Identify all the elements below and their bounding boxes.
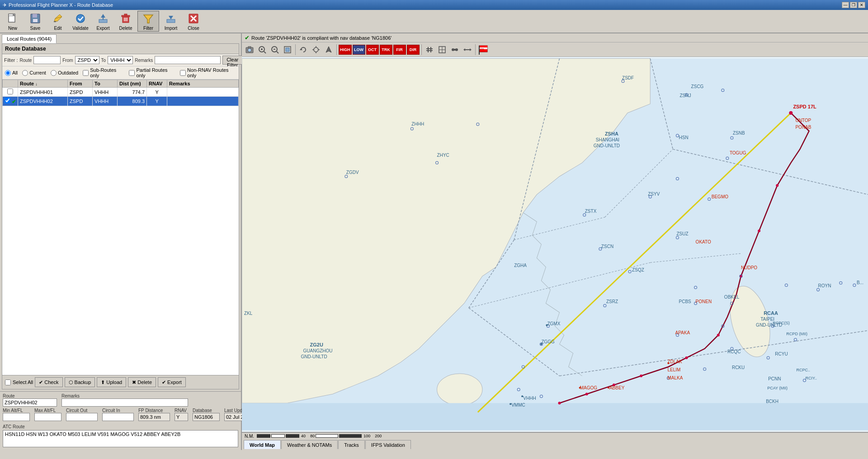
partial-routes-check-group: Partial Routes only <box>129 67 175 78</box>
dir-button[interactable]: DIR <box>407 45 420 55</box>
col-from-header[interactable]: From <box>68 80 93 88</box>
world-map-tab[interactable]: World Map <box>244 440 281 449</box>
table-row[interactable]: ZSPDVHHH01 ZSPD VHHH 774.7 Y <box>3 88 239 97</box>
delete-label: Delete <box>119 26 132 31</box>
trk-button[interactable]: TRK <box>380 45 392 55</box>
map-arrow-button[interactable] <box>462 44 473 56</box>
svg-marker-44 <box>326 47 331 52</box>
route-detail-input[interactable] <box>3 398 57 407</box>
local-routes-tab[interactable]: Local Routes (9044) <box>2 34 57 43</box>
upload-button[interactable]: ⬆ Upload <box>97 377 126 387</box>
svg-point-190 <box>509 403 511 405</box>
table-header-row: Route ↓ From To Dist (nm) RNAV Remarks <box>3 80 239 88</box>
row2-checkmark: ✔ <box>12 99 16 104</box>
svg-point-185 <box>540 343 542 345</box>
outdated-radio[interactable] <box>51 70 57 76</box>
svg-point-81 <box>758 230 760 232</box>
zoom-in-button[interactable] <box>256 44 268 56</box>
svg-marker-38 <box>300 48 302 50</box>
fir-button[interactable]: FIR <box>393 45 406 55</box>
col-remarks-header[interactable]: Remarks <box>167 80 239 88</box>
circuit-out-input[interactable] <box>66 413 98 421</box>
bottom-delete-button[interactable]: ✖ Delete <box>128 377 156 387</box>
new-button[interactable]: New <box>2 11 24 32</box>
current-radio-label[interactable]: Current <box>29 70 46 75</box>
partial-routes-label[interactable]: Partial Routes only <box>136 67 175 78</box>
svg-text:IFR: IFR <box>480 48 484 51</box>
export-button[interactable]: Export <box>92 11 114 32</box>
partial-routes-checkbox[interactable] <box>129 70 135 76</box>
col-to-header[interactable]: To <box>93 80 118 88</box>
current-radio[interactable] <box>22 70 28 76</box>
close-button[interactable]: Close <box>183 11 204 32</box>
edit-icon <box>52 12 64 25</box>
non-rnav-label[interactable]: Non-RNAV Routes only <box>187 67 236 78</box>
circuit-in-input[interactable] <box>102 413 134 421</box>
remarks-filter-input[interactable] <box>155 56 221 64</box>
outdated-radio-label[interactable]: Outdated <box>58 70 78 75</box>
close-window-button[interactable]: ✕ <box>858 2 865 8</box>
save-button[interactable]: Save <box>24 11 46 32</box>
edit-button[interactable]: Edit <box>47 11 69 32</box>
high-button[interactable]: HIGH <box>339 45 352 55</box>
map-flag-button[interactable]: IFR <box>477 44 489 56</box>
max-alt-input[interactable] <box>34 413 61 421</box>
tracks-tab[interactable]: Tracks <box>338 440 365 449</box>
non-rnav-checkbox[interactable] <box>180 70 186 76</box>
atc-route-textarea[interactable]: HSN11D HSN W13 OKATO M503 LELIM V591 MAG… <box>3 430 238 447</box>
col-rnav-header[interactable]: RNAV <box>147 80 167 88</box>
map-extra3[interactable] <box>449 44 461 56</box>
sub-routes-checkbox[interactable] <box>83 70 89 76</box>
clear-filter-button[interactable]: Clear Filter <box>222 56 242 65</box>
maximize-button[interactable]: ❐ <box>850 2 857 8</box>
validate-button[interactable]: Validate <box>70 11 91 32</box>
ifps-validation-tab[interactable]: IFPS Validation <box>365 440 411 449</box>
scale-nm-label: N.M. <box>245 434 254 439</box>
minimize-button[interactable]: — <box>842 2 849 8</box>
map-sep-3 <box>421 44 422 55</box>
weather-notams-tab[interactable]: Weather & NOTAMs <box>281 440 338 449</box>
map-rotate-button[interactable] <box>297 44 309 56</box>
row1-checkbox[interactable] <box>7 89 13 94</box>
non-rnav-check-group: Non-RNAV Routes only <box>180 67 236 78</box>
min-alt-input[interactable] <box>3 413 30 421</box>
from-filter-select[interactable]: ZSPD <box>75 56 99 64</box>
col-route-header[interactable]: Route ↓ <box>18 80 68 88</box>
titlebar-controls[interactable]: — ❐ ✕ <box>842 2 865 8</box>
row1-check[interactable] <box>3 88 18 97</box>
map-extra1[interactable] <box>424 44 435 56</box>
select-all-checkbox[interactable] <box>5 379 11 385</box>
fit-button[interactable] <box>282 44 293 56</box>
row2-checkbox[interactable] <box>5 98 10 103</box>
backup-button[interactable]: ⬡ Backup <box>65 377 95 387</box>
to-filter-select[interactable]: VHHH <box>108 56 133 64</box>
filter-button[interactable]: Filter <box>137 11 159 32</box>
svg-rect-10 <box>99 19 107 23</box>
select-all-label[interactable]: Select All <box>13 379 33 385</box>
col-dist-header[interactable]: Dist (nm) <box>118 80 147 88</box>
table-row[interactable]: ✔ ZSPDVHHH02 ZSPD VHHH 809.3 Y <box>3 97 239 106</box>
bottom-export-button[interactable]: ✔ Export <box>158 377 186 387</box>
low-button[interactable]: LOW <box>353 45 365 55</box>
import-button[interactable]: Import <box>160 11 182 32</box>
map-triangle-button[interactable] <box>323 44 335 56</box>
map-camera-button[interactable] <box>244 44 255 56</box>
row2-check[interactable]: ✔ <box>3 97 18 106</box>
all-radio-label[interactable]: All <box>12 70 18 75</box>
remarks-detail-input[interactable] <box>61 398 188 407</box>
all-radio[interactable] <box>5 70 11 76</box>
map-crosshair-button[interactable] <box>310 44 322 56</box>
zoom-out-button[interactable] <box>269 44 281 56</box>
oct-button[interactable]: OCT <box>366 45 379 55</box>
route-filter-input[interactable] <box>33 56 61 64</box>
import-icon <box>165 12 177 25</box>
map-extra2[interactable] <box>436 44 448 56</box>
delete-button[interactable]: Delete <box>115 11 137 32</box>
check-button[interactable]: ✔ Check <box>35 377 62 387</box>
remarks-field: Remarks <box>61 393 238 407</box>
filter-label: Filter <box>143 26 153 31</box>
svg-rect-66 <box>242 403 868 430</box>
svg-text:ZSCG: ZSCG <box>691 84 704 89</box>
sub-routes-label[interactable]: Sub-Routes only <box>90 67 124 78</box>
map-area[interactable]: ZSPD 17L UNTOP PONAB ZSDF ZSCG ZSNJ ZSNB <box>242 57 868 432</box>
